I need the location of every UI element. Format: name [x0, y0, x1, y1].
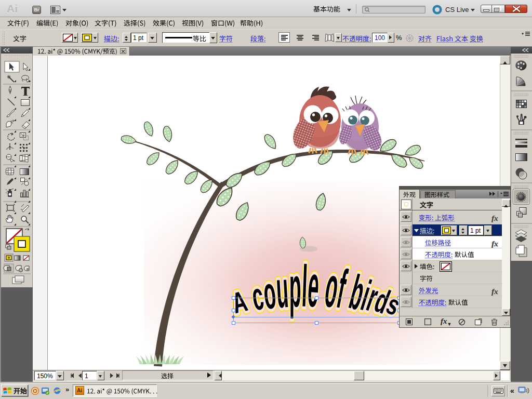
svg-text:p: p: [289, 255, 301, 318]
